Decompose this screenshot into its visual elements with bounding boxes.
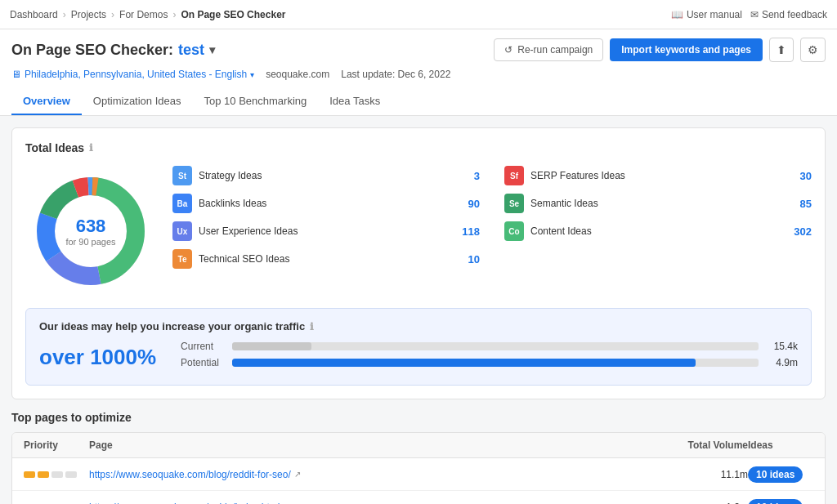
ux-badge: Ux xyxy=(172,221,192,241)
page-title: On Page SEO Checker: test ▾ xyxy=(11,42,215,59)
strategy-count: 3 xyxy=(474,170,480,182)
monitor-icon: 🖥 xyxy=(11,69,21,80)
tab-overview[interactable]: Overview xyxy=(11,88,82,115)
feedback-icon: ✉ xyxy=(750,9,759,20)
breadcrumb-sep2: › xyxy=(111,9,114,20)
ux-label: User Experience Ideas xyxy=(199,225,455,237)
ideas-badge-2: 10 ideas xyxy=(748,501,813,504)
title-keyword: test xyxy=(178,42,204,59)
potential-bar-fill xyxy=(232,359,696,367)
top-bar: Dashboard › Projects › For Demos › On Pa… xyxy=(0,0,837,29)
settings-button[interactable]: ⚙ xyxy=(800,38,826,62)
current-label: Current xyxy=(181,341,226,352)
traffic-percent: over 1000% xyxy=(39,345,156,370)
strategy-badge: St xyxy=(172,166,192,185)
top-actions: 📖 User manual ✉ Send feedback xyxy=(671,9,827,20)
location-chevron: ▾ xyxy=(250,70,254,79)
current-bar-fill xyxy=(232,342,311,350)
semantic-badge: Se xyxy=(504,194,524,213)
donut-sub: for 90 pages xyxy=(65,237,115,247)
external-link-icon: ↗ xyxy=(294,470,301,479)
location-badge[interactable]: 🖥 Philadelphia, Pennsylvania, United Sta… xyxy=(11,69,254,80)
donut-number: 638 xyxy=(65,216,115,237)
table-row: https://www.seoquake.com/guide/index.htm… xyxy=(12,491,825,504)
table-header: Priority Page Total Volume Ideas xyxy=(12,433,825,458)
top-pages-section: Top pages to optimize Priority Page Tota… xyxy=(11,411,826,504)
table-row: https://www.seoquake.com/blog/reddit-for… xyxy=(12,458,825,491)
strategy-label: Strategy Ideas xyxy=(199,170,468,181)
technical-count: 10 xyxy=(468,253,480,265)
idea-content: Co Content Ideas 302 xyxy=(504,221,812,241)
serp-badge: Sf xyxy=(504,166,524,185)
breadcrumb-active: On Page SEO Checker xyxy=(181,9,285,20)
top-pages-title: Top pages to optimize xyxy=(11,411,826,424)
tab-optimization-ideas[interactable]: Optimization Ideas xyxy=(82,88,193,115)
content-badge: Co xyxy=(504,221,524,241)
technical-badge: Te xyxy=(172,249,192,269)
header-section: On Page SEO Checker: test ▾ ↺ Re-run cam… xyxy=(0,29,837,116)
donut-center: 638 for 90 pages xyxy=(65,216,115,247)
traffic-info-icon[interactable]: ℹ xyxy=(310,321,314,332)
top-pages-table: Priority Page Total Volume Ideas https:/… xyxy=(11,432,826,504)
ideas-list: St Strategy Ideas 3 Sf SERP Features Ide… xyxy=(172,166,812,269)
current-value: 15.4k xyxy=(765,341,798,352)
content-label: Content Ideas xyxy=(530,225,787,237)
col-page: Page xyxy=(89,439,666,451)
backlinks-count: 90 xyxy=(468,198,480,210)
idea-technical: Te Technical SEO Ideas 10 xyxy=(172,249,480,269)
donut-chart: 638 for 90 pages xyxy=(25,166,156,297)
rerun-button[interactable]: ↺ Re-run campaign xyxy=(494,38,603,61)
page-link-2[interactable]: https://www.seoquake.com/guide/index.htm… xyxy=(89,502,666,505)
last-update-label: Last update: Dec 6, 2022 xyxy=(341,69,450,80)
title-text: On Page SEO Checker: xyxy=(11,42,173,59)
breadcrumb-demos[interactable]: For Demos xyxy=(119,9,168,20)
page-link-1[interactable]: https://www.seoquake.com/blog/reddit-for… xyxy=(89,469,666,480)
backlinks-badge: Ba xyxy=(172,194,192,213)
breadcrumb-dashboard[interactable]: Dashboard xyxy=(10,9,58,20)
traffic-body: over 1000% Current 15.4k Potential xyxy=(39,341,798,373)
volume-2: 1.2m xyxy=(666,502,748,505)
domain-label: seoquake.com xyxy=(266,69,329,80)
ux-count: 118 xyxy=(462,225,480,238)
current-bar-track xyxy=(232,342,759,350)
tab-top10[interactable]: Top 10 Benchmarking xyxy=(193,88,319,115)
send-feedback-button[interactable]: ✉ Send feedback xyxy=(750,9,827,20)
tabs: Overview Optimization Ideas Top 10 Bench… xyxy=(11,88,826,115)
header-row2: 🖥 Philadelphia, Pennsylvania, United Sta… xyxy=(11,69,826,80)
idea-strategy: St Strategy Ideas 3 xyxy=(172,166,480,185)
priority-dots-1 xyxy=(24,471,89,478)
total-ideas-info-icon[interactable]: ℹ xyxy=(89,142,93,154)
potential-value: 4.9m xyxy=(765,357,798,368)
import-button[interactable]: Import keywords and pages xyxy=(610,38,763,61)
main-content: Total Ideas ℹ xyxy=(0,116,837,504)
dot-empty xyxy=(65,471,77,478)
total-ideas-title: Total Ideas ℹ xyxy=(25,141,812,154)
potential-label: Potential xyxy=(181,357,226,368)
col-volume: Total Volume xyxy=(666,439,748,451)
book-icon: 📖 xyxy=(671,9,683,20)
dot xyxy=(24,471,35,478)
serp-label: SERP Features Ideas xyxy=(530,170,794,181)
dropdown-icon[interactable]: ▾ xyxy=(209,43,215,56)
traffic-bars: Current 15.4k Potential 4.9m xyxy=(181,341,798,373)
idea-ux: Ux User Experience Ideas 118 xyxy=(172,221,480,241)
total-ideas-card: Total Ideas ℹ xyxy=(11,127,826,399)
bar-current-row: Current 15.4k xyxy=(181,341,798,352)
semantic-count: 85 xyxy=(800,198,812,210)
bar-potential-row: Potential 4.9m xyxy=(181,357,798,368)
breadcrumb: Dashboard › Projects › For Demos › On Pa… xyxy=(10,9,285,20)
dot xyxy=(38,471,49,478)
volume-1: 11.1m xyxy=(666,469,748,480)
semantic-label: Semantic Ideas xyxy=(530,198,794,209)
ideas-body: 638 for 90 pages St Strategy Ideas 3 Sf … xyxy=(25,166,812,297)
breadcrumb-projects[interactable]: Projects xyxy=(71,9,106,20)
breadcrumb-sep1: › xyxy=(63,9,66,20)
tab-idea-tasks[interactable]: Idea Tasks xyxy=(318,88,392,115)
col-priority: Priority xyxy=(24,439,89,451)
backlinks-label: Backlinks Ideas xyxy=(199,198,462,209)
idea-semantic: Se Semantic Ideas 85 xyxy=(504,194,812,213)
user-manual-button[interactable]: 📖 User manual xyxy=(671,9,742,20)
traffic-title: Our ideas may help you increase your org… xyxy=(39,320,798,332)
traffic-section: Our ideas may help you increase your org… xyxy=(25,308,812,386)
export-button[interactable]: ⬆ xyxy=(769,38,794,62)
